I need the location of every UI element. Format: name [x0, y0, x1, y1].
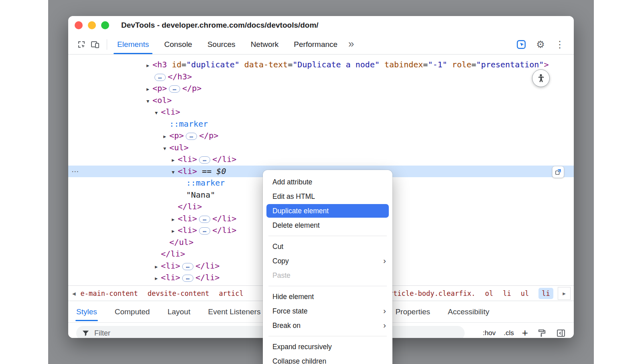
breadcrumb-item-articl[interactable]: articl — [219, 289, 243, 297]
breadcrumb-item-devsite-content[interactable]: devsite-content — [148, 289, 209, 297]
tree-expand-arrow-icon[interactable]: ▸ — [163, 131, 169, 143]
menu-item-cut[interactable]: Cut — [263, 239, 392, 254]
inspect-element-icon[interactable] — [75, 38, 88, 51]
toggle-element-state-button[interactable]: :hov — [483, 329, 496, 337]
dom-tree-row[interactable]: ▾<ul> — [68, 142, 574, 154]
tree-expand-arrow-icon[interactable]: ▸ — [146, 83, 152, 95]
tab-performance[interactable]: Performance — [286, 34, 345, 54]
tab-console[interactable]: Console — [156, 34, 200, 54]
code-token: = — [288, 60, 293, 69]
dom-tree-row[interactable]: ▾<li> — [68, 106, 574, 118]
menu-item-label: Paste — [272, 271, 291, 280]
breadcrumb-scroll-right-icon[interactable]: ▸ — [558, 287, 571, 300]
sidebar-tab-event-listeners[interactable]: Event Listeners — [208, 301, 260, 322]
ellipsis-expander-icon[interactable]: … — [199, 227, 210, 235]
menu-item-label: Add attribute — [272, 178, 312, 186]
dom-tree-row[interactable]: ▸<p>…</p> — [68, 130, 574, 142]
code-token: "presentation" — [476, 60, 544, 69]
ellipsis-expander-icon[interactable]: … — [182, 263, 193, 270]
menu-item-expand-recursively[interactable]: Expand recursively — [263, 340, 392, 354]
tree-expand-arrow-icon[interactable]: ▸ — [172, 225, 178, 237]
traffic-lights — [68, 21, 109, 29]
tree-expand-arrow-icon[interactable]: ▸ — [155, 261, 161, 273]
code-token: </li> — [212, 225, 236, 235]
tree-collapse-arrow-icon[interactable]: ▾ — [172, 166, 178, 178]
code-token: </h3> — [168, 72, 192, 81]
close-window-button[interactable] — [75, 21, 83, 29]
breadcrumb-item-ol[interactable]: ol — [485, 289, 493, 297]
tab-elements[interactable]: Elements — [110, 34, 156, 54]
sidebar-tab-properties[interactable]: Properties — [395, 301, 430, 322]
submenu-chevron-icon: › — [383, 306, 386, 316]
node-action-badge-icon[interactable] — [552, 166, 564, 178]
dom-tree-row[interactable]: ::marker — [68, 118, 574, 130]
code-token: </p> — [199, 131, 218, 140]
dom-tree-row[interactable]: ▸<p>…</p> — [68, 83, 574, 95]
menu-item-delete-element[interactable]: Delete element — [263, 218, 392, 233]
tree-collapse-arrow-icon[interactable]: ▾ — [155, 107, 161, 119]
more-options-kebab-icon[interactable]: ⋮ — [553, 38, 567, 51]
accessibility-button[interactable] — [532, 69, 550, 87]
sidebar-tab-styles[interactable]: Styles — [76, 301, 97, 322]
code-token: role — [447, 60, 471, 69]
tree-collapse-arrow-icon[interactable]: ▾ — [163, 143, 169, 155]
more-tabs-button[interactable]: » — [348, 38, 354, 51]
tab-sources[interactable]: Sources — [200, 34, 243, 54]
menu-separator — [268, 236, 387, 236]
inspect-mode-icon[interactable] — [514, 38, 528, 51]
tree-expand-arrow-icon[interactable]: ▸ — [146, 60, 152, 72]
breadcrumb-item-e-main-content[interactable]: e-main-content — [81, 289, 138, 297]
settings-gear-icon[interactable]: ⚙ — [534, 38, 547, 51]
menu-item-add-attribute[interactable]: Add attribute — [263, 175, 392, 189]
sidebar-tab-layout[interactable]: Layout — [167, 301, 190, 322]
tree-expand-arrow-icon[interactable]: ▸ — [155, 273, 161, 285]
ellipsis-expander-icon[interactable]: … — [154, 74, 166, 81]
devtools-toolbar: ElementsConsoleSourcesNetworkPerformance… — [68, 34, 574, 55]
zoom-window-button[interactable] — [101, 21, 109, 29]
menu-item-hide-element[interactable]: Hide element — [263, 289, 392, 304]
breadcrumb-item-li[interactable]: li — [538, 288, 553, 299]
dom-tree-row[interactable]: …</h3> — [68, 71, 574, 83]
row-hover-menu-icon[interactable]: ⋯ — [71, 166, 79, 178]
menu-item-copy[interactable]: Copy› — [263, 254, 392, 268]
new-style-rule-button[interactable]: + — [522, 328, 528, 338]
filter-funnel-icon — [82, 330, 89, 337]
code-token: <li> — [161, 107, 180, 117]
ellipsis-expander-icon[interactable]: … — [199, 156, 210, 164]
breadcrumb-item-ul[interactable]: ul — [521, 289, 529, 297]
menu-item-duplicate-element[interactable]: Duplicate element — [266, 204, 389, 218]
tab-network[interactable]: Network — [243, 34, 286, 54]
device-toolbar-icon[interactable] — [88, 38, 102, 51]
menu-item-edit-as-html[interactable]: Edit as HTML — [263, 189, 392, 204]
dom-tree-row[interactable]: ▸<li>…</li> — [68, 154, 574, 166]
tree-collapse-arrow-icon[interactable]: ▾ — [146, 95, 152, 107]
menu-item-label: Hide element — [272, 293, 314, 301]
menu-item-collapse-children[interactable]: Collapse children — [263, 354, 392, 364]
breadcrumb-scroll-left-icon[interactable]: ◂ — [72, 289, 76, 297]
devtools-tabs: ElementsConsoleSourcesNetworkPerformance — [110, 34, 345, 54]
dock-sidebar-icon[interactable] — [555, 328, 567, 338]
filter-input[interactable] — [93, 329, 215, 338]
ellipsis-expander-icon[interactable]: … — [182, 275, 193, 282]
sidebar-tab-computed[interactable]: Computed — [115, 301, 150, 322]
dom-tree-row[interactable]: ▸<h3 id="duplicate" data-text="Duplicate… — [68, 59, 574, 71]
menu-item-force-state[interactable]: Force state› — [263, 304, 392, 318]
breadcrumb-item-li[interactable]: li — [503, 289, 511, 297]
minimize-window-button[interactable] — [88, 21, 96, 29]
dom-tree-row[interactable]: ▾<ol> — [68, 95, 574, 107]
code-token: <li> — [178, 166, 197, 176]
submenu-chevron-icon: › — [383, 256, 386, 266]
ellipsis-expander-icon[interactable]: … — [199, 216, 210, 223]
element-classes-button[interactable]: .cls — [504, 329, 514, 337]
code-token: id — [167, 60, 181, 69]
ellipsis-expander-icon[interactable]: … — [169, 85, 180, 93]
breadcrumb-item-rticle-body-clearfix[interactable]: rticle-body.clearfix. — [389, 289, 475, 297]
menu-item-break-on[interactable]: Break on› — [263, 318, 392, 333]
ellipsis-expander-icon[interactable]: … — [186, 133, 197, 140]
tree-expand-arrow-icon[interactable]: ▸ — [172, 154, 178, 166]
tree-expand-arrow-icon[interactable]: ▸ — [172, 214, 178, 226]
sidebar-tab-accessibility[interactable]: Accessibility — [448, 301, 489, 322]
paint-format-icon[interactable] — [536, 328, 547, 338]
code-token: "Duplicate a node" — [293, 60, 380, 69]
styles-controls: :hov .cls + — [483, 328, 568, 338]
